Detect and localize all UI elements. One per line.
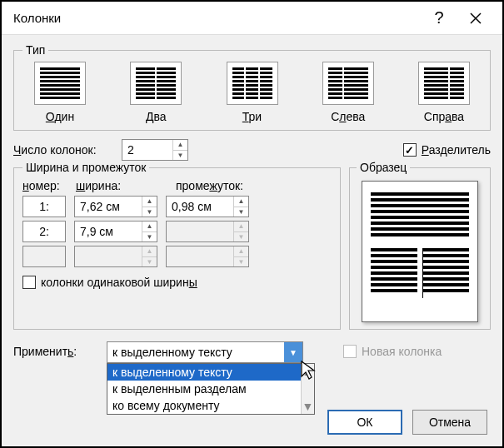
width-gap-group: Ширина и промежуток номер: ширина: проме…	[13, 161, 341, 330]
help-button[interactable]: ?	[421, 2, 457, 35]
col-num-1: 1:	[22, 196, 66, 217]
dropdown-scrollbar[interactable]: ▲▼	[301, 364, 314, 414]
apply-label: Применить:	[13, 341, 100, 358]
titlebar: Колонки ?	[2, 2, 502, 35]
col-num-2: 2:	[22, 221, 66, 242]
ok-button[interactable]: ОК	[327, 410, 402, 435]
new-column-label: Новая колонка	[362, 345, 442, 358]
col-num-3	[22, 246, 66, 267]
col-width-2[interactable]: ▲▼	[74, 221, 157, 242]
num-cols-input[interactable]	[122, 140, 172, 160]
apply-option-2[interactable]: ко всему документу	[107, 397, 314, 414]
close-icon	[470, 12, 482, 24]
col-gap-2: ▲▼	[166, 221, 249, 242]
cancel-button[interactable]: Отмена	[412, 410, 487, 435]
col-row-2: 2: ▲▼ ▲▼	[22, 221, 332, 242]
apply-dropdown-list: к выделенному тексту к выделенным раздел…	[107, 363, 315, 415]
type-left[interactable]: Слева	[311, 62, 386, 123]
apply-option-1[interactable]: к выделенным разделам	[107, 381, 314, 397]
apply-combo[interactable]: к выделенному тексту ▼ к выделенному тек…	[107, 341, 303, 363]
separator-checkbox-row[interactable]: Разделитель	[403, 143, 491, 157]
new-column-row: Новая колонка	[343, 341, 442, 358]
type-three-icon	[227, 62, 278, 105]
type-right-icon	[418, 62, 470, 105]
columns-dialog: Колонки ? Тип Один Два	[0, 0, 504, 448]
type-right[interactable]: Справа	[407, 62, 482, 123]
preview-group: Образец	[349, 161, 491, 330]
apply-option-0[interactable]: к выделенному тексту	[107, 364, 314, 381]
spin-up-icon[interactable]: ▲	[173, 140, 187, 151]
type-one-icon	[34, 62, 86, 105]
preview-page	[362, 181, 478, 322]
col-gap-3: ▲▼	[166, 246, 249, 267]
type-one[interactable]: Один	[22, 62, 97, 123]
col-width-1[interactable]: ▲▼	[74, 196, 157, 217]
width-gap-legend: Ширина и промежуток	[22, 161, 149, 174]
separator-label: Разделитель	[422, 143, 491, 157]
header-number: номер:	[22, 179, 67, 192]
type-two[interactable]: Два	[118, 62, 193, 123]
apply-selected: к выделенному тексту	[112, 346, 232, 359]
type-three[interactable]: Три	[215, 62, 290, 123]
col-gap-1[interactable]: ▲▼	[166, 196, 249, 217]
separator-checkbox[interactable]	[403, 143, 417, 157]
chevron-down-icon[interactable]: ▼	[284, 342, 302, 362]
close-button[interactable]	[457, 2, 494, 35]
num-cols-spinner[interactable]: ▲▼	[122, 139, 188, 161]
type-group: Тип Один Два	[13, 43, 491, 131]
dialog-title: Колонки	[13, 11, 421, 25]
spin-down-icon[interactable]: ▼	[173, 151, 187, 161]
num-cols-label: Число колонок:	[13, 143, 122, 157]
col-row-1: 1: ▲▼ ▲▼	[22, 196, 332, 217]
new-column-checkbox	[343, 345, 357, 358]
equal-width-label: колонки одинаковой ширины	[41, 276, 197, 289]
type-legend: Тип	[22, 43, 48, 57]
equal-width-checkbox[interactable]	[22, 276, 36, 289]
equal-width-row[interactable]: колонки одинаковой ширины	[22, 276, 332, 289]
col-row-3: ▲▼ ▲▼	[22, 246, 332, 267]
preview-legend: Образец	[357, 161, 410, 174]
type-two-icon	[130, 62, 182, 105]
col-width-3: ▲▼	[74, 246, 157, 267]
header-gap: промежуток:	[176, 179, 267, 192]
apply-combo-head[interactable]: к выделенному тексту ▼	[107, 341, 303, 363]
header-width: ширина:	[76, 179, 167, 192]
type-left-icon	[322, 62, 374, 105]
